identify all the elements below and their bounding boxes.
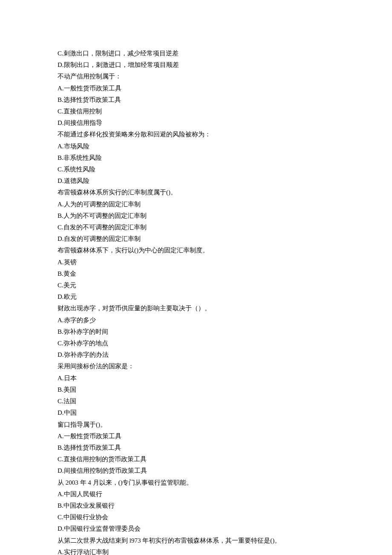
text-line: 从 2003 年 4 月以来，()专门从事银行监管职能。 — [58, 477, 334, 489]
text-line: 从第二次世界大战结束到 l973 年初实行的布雷顿森林体系，其一重要特征是()。 — [58, 535, 334, 546]
text-line: C.中国银行业协会 — [58, 512, 334, 523]
text-line: 布雷顿森林体系下，实行以()为中心的固定汇率制度。 — [58, 245, 334, 256]
text-line: A.人为的可调整的固定汇率制 — [58, 199, 334, 210]
text-line: B.选择性货币政策工具 — [58, 94, 334, 106]
text-line: D.自发的可调整的固定汇率制 — [58, 233, 334, 245]
text-line: D.限制出口，刺激进口，增加经常项目顺差 — [58, 59, 334, 71]
text-line: 布雷顿森林体系所实行的汇率制度属于()。 — [58, 187, 334, 198]
text-line: D.中国银行业监督管理委员会 — [58, 523, 334, 535]
text-line: D.弥补赤字的办法 — [58, 349, 334, 361]
text-line: B.弥补赤字的时间 — [58, 326, 334, 338]
text-line: D.间接信用指导 — [58, 117, 334, 129]
text-line: A.英镑 — [58, 257, 334, 268]
text-line: A.实行浮动汇率制 — [58, 546, 334, 555]
text-line: A.市场风险 — [58, 141, 334, 152]
text-line: A.一般性货币政策工具 — [58, 83, 334, 94]
text-line: A.赤字的多少 — [58, 315, 334, 326]
text-line: C.刺激出口，限制进口，减少经常项目逆差 — [58, 48, 334, 59]
text-line: 财政出现赤字，对货币供应量的影响主要取决于（）。 — [58, 303, 334, 314]
text-line: C.弥补赤字的地点 — [58, 338, 334, 349]
text-line: B.非系统性风险 — [58, 152, 334, 164]
text-line: A.中国人民银行 — [58, 489, 334, 500]
text-line: C.系统性风险 — [58, 164, 334, 175]
text-line: D.欧元 — [58, 291, 334, 303]
text-line: 不能通过多样化投资策略来分散和回避的风险被称为： — [58, 129, 334, 140]
text-line: A.日本 — [58, 373, 334, 384]
text-line: B.美国 — [58, 384, 334, 396]
text-line: B.中国农业发展银行 — [58, 500, 334, 512]
text-line: C.直接信用控制 — [58, 106, 334, 117]
text-line: C.直接信用控制的货币政策工具 — [58, 454, 334, 465]
text-line: B.选择性货币政策工具 — [58, 442, 334, 454]
text-line: 不动产信用控制属于： — [58, 71, 334, 82]
text-line: C.自发的不可调整的固定汇率制 — [58, 222, 334, 233]
text-line: A.一般性货币政策工具 — [58, 431, 334, 442]
text-line: 采用间接标价法的国家是： — [58, 361, 334, 372]
text-line: C.法国 — [58, 396, 334, 407]
text-line: D.中国 — [58, 407, 334, 419]
text-line: D.间接信用控制的货币政策工具 — [58, 465, 334, 477]
document-page: C.刺激出口，限制进口，减少经常项目逆差 D.限制出口，刺激进口，增加经常项目顺… — [0, 0, 392, 555]
text-line: B.人为的不可调整的固定汇率制 — [58, 210, 334, 222]
text-line: C.美元 — [58, 280, 334, 291]
text-line: B.黄金 — [58, 268, 334, 280]
text-line: D.道德风险 — [58, 175, 334, 187]
text-line: 窗口指导属于()。 — [58, 419, 334, 431]
